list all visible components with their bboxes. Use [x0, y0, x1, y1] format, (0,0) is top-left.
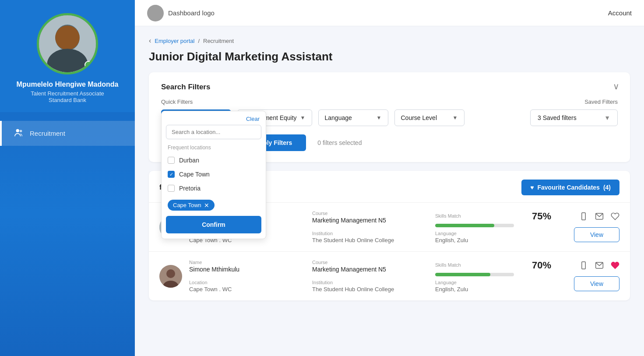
language-dropdown[interactable]: Language ▼ [318, 109, 388, 126]
heart-filled-icon-2[interactable] [611, 261, 619, 272]
mail-icon-2[interactable] [595, 261, 604, 272]
candidate-2-skills-group: Skills Match 70% [435, 260, 551, 276]
course-level-dropdown[interactable]: Course Level ▼ [394, 109, 465, 126]
heart-icon: ♥ [530, 184, 534, 191]
candidate-1-course-group: Course Marketing Management N5 [312, 211, 428, 227]
dashboard-logo-circle [147, 5, 164, 21]
location-search-input[interactable] [166, 125, 261, 139]
breadcrumb-current: Recruitment [203, 38, 234, 44]
favourite-candidates-button[interactable]: ♥ Favourite Candidates (4) [521, 180, 619, 195]
saved-filters-value: 3 Saved filters [538, 114, 577, 121]
candidate-actions-1: View [558, 212, 619, 242]
durban-label: Durban [179, 157, 199, 164]
candidate-1-language-label: Language [435, 231, 551, 236]
fav-btn-count: (4) [603, 184, 611, 191]
svg-rect-16 [582, 262, 585, 269]
saved-filters-dropdown[interactable]: 3 Saved filters ▼ [530, 109, 618, 126]
candidate-2-location: Cape Town . WC [189, 286, 305, 293]
sidebar-nav: Recruitment [0, 121, 135, 146]
account-link[interactable]: Account [608, 9, 632, 17]
avatar [37, 13, 98, 74]
capetown-checkbox: ✓ [168, 171, 175, 178]
location-option-pretoria[interactable]: Pretoria [162, 181, 266, 195]
fav-btn-label: Favourite Candidates [538, 184, 600, 191]
candidate-1-course-label: Course [312, 211, 428, 216]
candidate-1-skills-top: Skills Match 75% [435, 211, 551, 222]
candidate-2-location-label: Location [189, 280, 305, 285]
candidate-2-name-label: Name [189, 260, 305, 265]
course-level-chevron-icon: ▼ [453, 115, 458, 121]
candidate-1-skills-bar-bg [435, 224, 514, 227]
candidate-2-language-group: Language English, Zulu [435, 280, 551, 293]
candidate-2-skills-bar-fill [435, 273, 490, 276]
user-name: Mpumelelo Hlengiwe Madonda [17, 81, 119, 88]
back-chevron[interactable]: ‹ [149, 37, 151, 45]
people-icon [14, 128, 24, 139]
candidate-2-language: English, Zulu [435, 286, 551, 293]
pretoria-checkbox [168, 185, 175, 192]
candidate-1-skills-pct: 75% [532, 211, 551, 222]
breadcrumb: ‹ Employer portal / Recruitment [149, 37, 630, 45]
svg-rect-10 [582, 213, 585, 220]
location-dropdown-popup: Clear Frequent locations Durban ✓ Cape T… [161, 111, 266, 239]
capetown-label: Cape Town [179, 171, 210, 178]
saved-filters-chevron-icon: ▼ [604, 114, 610, 121]
candidate-2-action-icons [579, 261, 619, 272]
candidate-2-skills-pct: 70% [532, 260, 551, 271]
svg-point-6 [20, 130, 22, 133]
candidate-2-location-group: Location Cape Town . WC [189, 280, 305, 293]
sidebar-item-label: Recruitment [30, 130, 65, 137]
content: ‹ Employer portal / Recruitment Junior D… [135, 26, 644, 356]
candidate-info-2: Name Simone Mthimkulu Course Marketing M… [189, 260, 551, 293]
popup-confirm-button[interactable]: Confirm [166, 216, 261, 233]
capetown-tag-label: Cape Town [173, 202, 201, 208]
popup-frequent-label: Frequent locations [162, 143, 266, 153]
capetown-tag-remove[interactable]: ✕ [204, 202, 209, 208]
candidate-1-institution-label: Institution [312, 231, 428, 236]
candidate-1-course: Marketing Management N5 [312, 217, 428, 224]
candidate-1-institution: The Student Hub Online College [312, 237, 428, 243]
sidebar: Mpumelelo Hlengiwe Madonda Talent Recrui… [0, 0, 135, 356]
candidate-1-skills-label: Skills Match [435, 213, 461, 219]
online-indicator [84, 61, 92, 69]
candidate-2-name-group: Name Simone Mthimkulu [189, 260, 305, 276]
candidate-avatar-2 [159, 265, 182, 288]
collapse-button[interactable]: ∨ [613, 81, 619, 92]
candidate-1-skills-group: Skills Match 75% [435, 211, 551, 227]
candidate-1-institution-group: Institution The Student Hub Online Colle… [312, 231, 428, 243]
candidate-card-2: Name Simone Mthimkulu Course Marketing M… [149, 251, 630, 300]
language-chevron-icon: ▼ [377, 115, 382, 121]
page-title: Junior Digital Marketing Assistant [149, 50, 630, 63]
candidate-1-language-group: Language English, Zulu [435, 231, 551, 243]
candidate-1-language: English, Zulu [435, 237, 551, 243]
language-label: Language [325, 114, 352, 121]
user-company: Standard Bank [49, 97, 86, 103]
user-role: Talent Recruitment Associate [31, 90, 104, 97]
location-option-durban[interactable]: Durban [162, 153, 266, 167]
filters-selected-count: 0 filters selected [317, 139, 362, 146]
course-level-label: Course Level [401, 114, 437, 121]
logo-text: Dashboard logo [168, 9, 215, 17]
phone-icon-2[interactable] [579, 261, 588, 272]
breadcrumb-separator: / [198, 38, 200, 44]
candidate-2-skills-top: Skills Match 70% [435, 260, 551, 271]
svg-point-14 [166, 269, 175, 278]
candidate-2-institution: The Student Hub Online College [312, 286, 428, 293]
view-button-1[interactable]: View [574, 227, 619, 242]
candidate-2-institution-label: Institution [312, 280, 428, 285]
popup-clear-button[interactable]: Clear [162, 111, 266, 125]
candidate-2-skills-bar-bg [435, 273, 514, 276]
phone-icon-1[interactable] [579, 212, 588, 223]
candidate-2-name: Simone Mthimkulu [189, 266, 305, 273]
location-option-capetown[interactable]: ✓ Cape Town [162, 167, 266, 181]
candidate-1-action-icons [579, 212, 619, 223]
heart-icon-1[interactable] [611, 212, 619, 223]
sidebar-item-recruitment[interactable]: Recruitment [0, 121, 135, 146]
breadcrumb-portal[interactable]: Employer portal [155, 38, 194, 44]
employment-equity-chevron-icon: ▼ [300, 115, 306, 121]
mail-icon-1[interactable] [595, 212, 604, 223]
candidate-2-institution-group: Institution The Student Hub Online Colle… [312, 280, 428, 293]
candidate-2-course: Marketing Management N5 [312, 266, 428, 273]
candidate-2-language-label: Language [435, 280, 551, 285]
view-button-2[interactable]: View [574, 276, 619, 291]
